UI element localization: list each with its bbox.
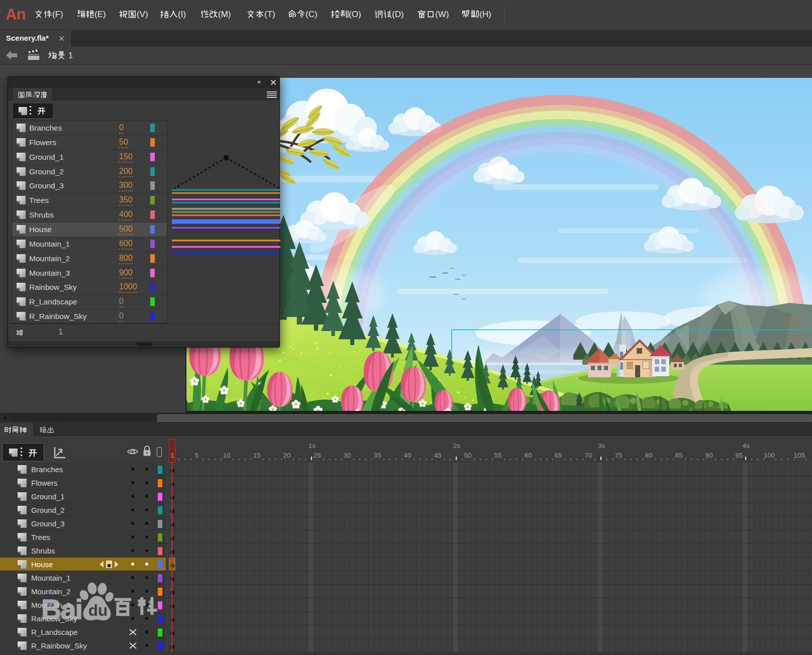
svg-text:du: du: [88, 602, 108, 619]
svg-text:Bai: Bai: [41, 593, 82, 625]
